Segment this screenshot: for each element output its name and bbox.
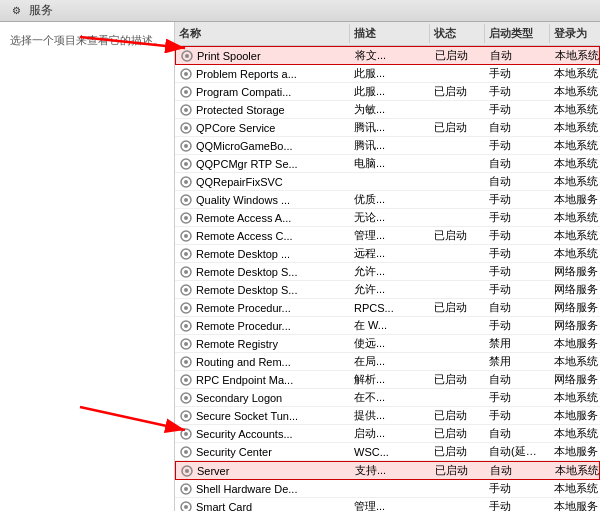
table-row[interactable]: Quality Windows ...优质...手动本地服务 <box>175 191 600 209</box>
service-startup-cell: 手动 <box>485 407 550 424</box>
left-panel: 选择一个项目来查看它的描述。 <box>0 22 175 511</box>
services-window: ⚙ 服务 选择一个项目来查看它的描述。 名称描述状态启动类型登录为 Print … <box>0 0 600 511</box>
column-header: 状态 <box>430 24 485 43</box>
table-row[interactable]: QQRepairFixSVC自动本地系统 <box>175 173 600 191</box>
column-header: 登录为 <box>550 24 600 43</box>
service-icon <box>179 337 193 351</box>
table-row[interactable]: QQMicroGameBo...腾讯...手动本地系统 <box>175 137 600 155</box>
table-row[interactable]: Secure Socket Tun...提供...已启动手动本地服务 <box>175 407 600 425</box>
table-row[interactable]: Protected Storage为敏...手动本地系统 <box>175 101 600 119</box>
table-row[interactable]: QPCore Service腾讯...已启动自动本地系统 <box>175 119 600 137</box>
service-desc-cell: 提供... <box>350 407 430 424</box>
service-name-cell: Shell Hardware De... <box>175 481 350 497</box>
service-status-cell <box>430 181 485 183</box>
table-row[interactable]: Remote Desktop S...允许...手动网络服务 <box>175 263 600 281</box>
table-row[interactable]: Program Compati...此服...已启动手动本地系统 <box>175 83 600 101</box>
service-status-cell <box>430 163 485 165</box>
service-desc-cell <box>350 488 430 490</box>
service-startup-cell: 手动 <box>485 245 550 262</box>
service-icon <box>179 229 193 243</box>
service-startup-cell: 手动 <box>485 281 550 298</box>
description-hint: 选择一个项目来查看它的描述。 <box>10 32 164 49</box>
main-panel: 名称描述状态启动类型登录为 Print Spooler将文...已启动自动本地系… <box>175 22 600 511</box>
table-row[interactable]: Smart Card管理...手动本地服务 <box>175 498 600 511</box>
table-header: 名称描述状态启动类型登录为 <box>175 22 600 46</box>
service-login-cell: 网络服务 <box>550 317 600 334</box>
service-login-cell: 网络服务 <box>550 299 600 316</box>
table-row[interactable]: Routing and Rem...在局...禁用本地系统 <box>175 353 600 371</box>
service-status-cell <box>430 109 485 111</box>
service-desc-cell: 在局... <box>350 353 430 370</box>
service-desc-cell: RPCS... <box>350 301 430 315</box>
service-status-cell <box>430 145 485 147</box>
service-login-cell: 本地系统 <box>551 47 600 64</box>
service-desc-cell: 管理... <box>350 498 430 511</box>
svg-point-11 <box>184 144 188 148</box>
service-status-cell <box>430 343 485 345</box>
service-name-cell: Smart Card <box>175 499 350 512</box>
svg-point-45 <box>184 450 188 454</box>
table-row[interactable]: Security Accounts...启动...已启动自动本地系统 <box>175 425 600 443</box>
svg-point-21 <box>184 234 188 238</box>
service-login-cell: 网络服务 <box>550 263 600 280</box>
service-name-cell: Problem Reports a... <box>175 66 350 82</box>
service-login-cell: 本地系统 <box>550 101 600 118</box>
table-row[interactable]: Secondary Logon在不...手动本地系统 <box>175 389 600 407</box>
service-startup-cell: 自动(延迟启... <box>485 443 550 460</box>
service-login-cell: 本地服务 <box>550 407 600 424</box>
svg-point-29 <box>184 306 188 310</box>
table-row[interactable]: Remote Procedur...RPCS...已启动自动网络服务 <box>175 299 600 317</box>
table-row[interactable]: QQPCMgr RTP Se...电脑...自动本地系统 <box>175 155 600 173</box>
service-icon <box>179 445 193 459</box>
service-login-cell: 本地系统 <box>550 480 600 497</box>
service-login-cell: 本地服务 <box>550 335 600 352</box>
table-row[interactable]: Server支持...已启动自动本地系统 <box>175 461 600 480</box>
service-status-cell: 已启动 <box>430 425 485 442</box>
table-row[interactable]: Remote Procedur...在 W...手动网络服务 <box>175 317 600 335</box>
svg-point-41 <box>184 414 188 418</box>
service-icon <box>179 427 193 441</box>
service-login-cell: 本地系统 <box>550 227 600 244</box>
table-row[interactable]: Remote Desktop ...远程...手动本地系统 <box>175 245 600 263</box>
service-status-cell: 已启动 <box>430 371 485 388</box>
service-name-cell: Routing and Rem... <box>175 354 350 370</box>
table-row[interactable]: Problem Reports a...此服...手动本地系统 <box>175 65 600 83</box>
table-row[interactable]: RPC Endpoint Ma...解析...已启动自动网络服务 <box>175 371 600 389</box>
service-icon <box>179 157 193 171</box>
service-name-cell: Remote Access C... <box>175 228 350 244</box>
service-status-cell <box>430 217 485 219</box>
table-row[interactable]: Shell Hardware De...手动本地系统 <box>175 480 600 498</box>
service-name-cell: RPC Endpoint Ma... <box>175 372 350 388</box>
service-desc-cell: 电脑... <box>350 155 430 172</box>
table-row[interactable]: Remote Desktop S...允许...手动网络服务 <box>175 281 600 299</box>
content-area: 选择一个项目来查看它的描述。 名称描述状态启动类型登录为 Print Spool… <box>0 22 600 511</box>
service-status-cell <box>430 289 485 291</box>
table-row[interactable]: Remote Registry使远...禁用本地服务 <box>175 335 600 353</box>
table-body[interactable]: Print Spooler将文...已启动自动本地系统Problem Repor… <box>175 46 600 511</box>
service-icon <box>179 139 193 153</box>
table-row[interactable]: Print Spooler将文...已启动自动本地系统 <box>175 46 600 65</box>
svg-point-9 <box>184 126 188 130</box>
service-icon <box>179 355 193 369</box>
svg-point-49 <box>184 487 188 491</box>
service-name-cell: Remote Desktop S... <box>175 264 350 280</box>
service-startup-cell: 手动 <box>485 317 550 334</box>
service-startup-cell: 禁用 <box>485 335 550 352</box>
service-startup-cell: 禁用 <box>485 353 550 370</box>
table-row[interactable]: Security CenterWSC...已启动自动(延迟启...本地服务 <box>175 443 600 461</box>
service-icon <box>179 121 193 135</box>
service-icon <box>179 409 193 423</box>
service-status-cell: 已启动 <box>430 299 485 316</box>
table-row[interactable]: Remote Access A...无论...手动本地系统 <box>175 209 600 227</box>
service-icon <box>180 49 194 63</box>
service-desc-cell: 远程... <box>350 245 430 262</box>
service-startup-cell: 自动 <box>486 462 551 479</box>
service-name-cell: Secondary Logon <box>175 390 350 406</box>
service-icon <box>179 175 193 189</box>
service-status-cell: 已启动 <box>430 443 485 460</box>
table-row[interactable]: Remote Access C...管理...已启动手动本地系统 <box>175 227 600 245</box>
service-startup-cell: 手动 <box>485 65 550 82</box>
service-login-cell: 本地系统 <box>550 425 600 442</box>
service-desc-cell: 使远... <box>350 335 430 352</box>
svg-point-17 <box>184 198 188 202</box>
